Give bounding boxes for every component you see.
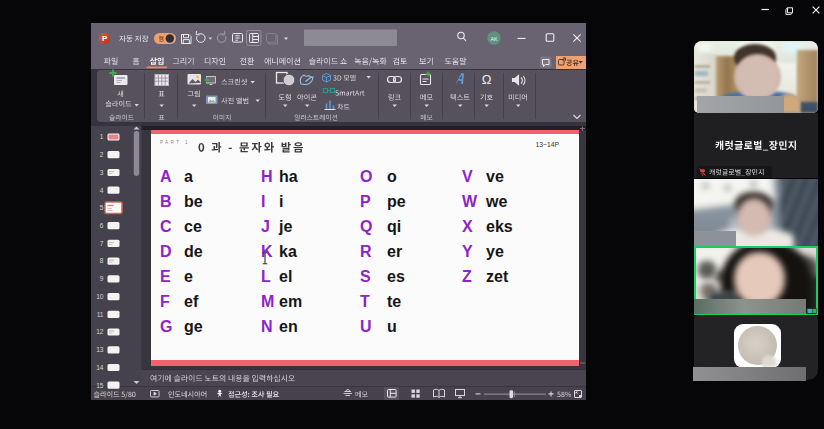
svg-text:PART 1: PART 1 [160,140,190,145]
svg-text:9: 9 [100,275,104,282]
svg-text:10: 10 [96,293,104,300]
svg-text:7: 7 [100,240,104,247]
svg-text:1: 1 [100,133,104,140]
svg-text:15: 15 [96,382,104,389]
svg-text:P: P [102,34,108,43]
svg-text:5: 5 [100,204,104,211]
svg-text:4: 4 [100,187,104,194]
svg-text:2: 2 [100,151,104,158]
svg-text:13~14P: 13~14P [536,141,560,148]
svg-text:13: 13 [96,346,104,353]
svg-text:3: 3 [100,169,104,176]
svg-text:14: 14 [96,364,104,371]
svg-text:Ω: Ω [482,72,492,87]
svg-text:AK: AK [490,36,498,42]
svg-text:11: 11 [97,311,104,318]
svg-text:8: 8 [100,257,104,264]
svg-text:6: 6 [100,222,104,229]
svg-text:12: 12 [96,328,104,335]
